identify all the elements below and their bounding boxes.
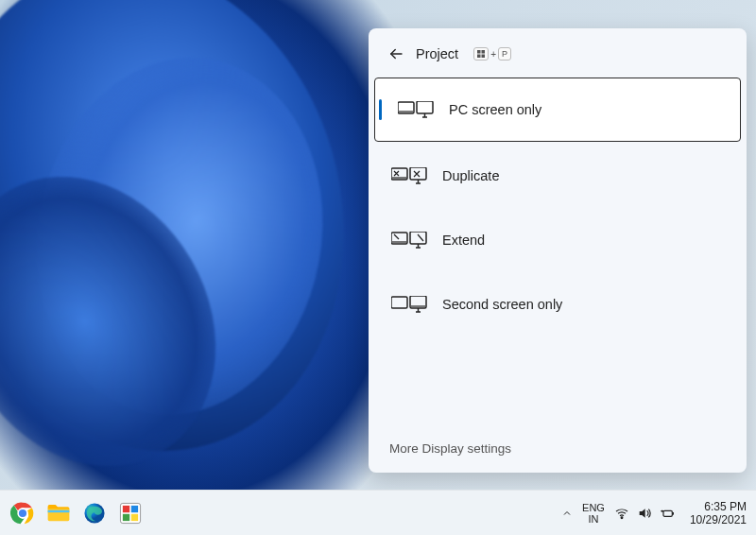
shortcut-key-p: P bbox=[498, 47, 511, 60]
svg-rect-31 bbox=[131, 513, 138, 520]
pc-screen-only-icon bbox=[398, 99, 434, 120]
project-option-label: Extend bbox=[442, 233, 485, 248]
desktop: Project + P bbox=[0, 0, 756, 535]
project-option-label: Second screen only bbox=[442, 297, 562, 312]
svg-rect-25 bbox=[48, 509, 70, 511]
svg-rect-14 bbox=[410, 232, 426, 244]
chrome-icon[interactable] bbox=[9, 500, 36, 526]
duplicate-icon bbox=[391, 165, 427, 186]
clock-date: 10/29/2021 bbox=[690, 513, 747, 526]
back-arrow-icon[interactable] bbox=[387, 45, 404, 62]
svg-rect-1 bbox=[477, 50, 481, 54]
battery-icon[interactable] bbox=[660, 506, 675, 521]
project-option-pc-screen-only[interactable]: PC screen only bbox=[374, 78, 741, 142]
windows-key-icon bbox=[473, 47, 489, 60]
project-panel-title: Project bbox=[416, 46, 458, 61]
clock-time: 6:35 PM bbox=[704, 500, 747, 513]
svg-rect-6 bbox=[417, 101, 433, 113]
svg-rect-4 bbox=[482, 54, 486, 58]
clock[interactable]: 6:35 PM 10/29/2021 bbox=[690, 500, 747, 526]
svg-point-32 bbox=[621, 516, 623, 518]
project-option-extend[interactable]: Extend bbox=[369, 208, 747, 272]
svg-rect-29 bbox=[131, 505, 138, 511]
project-panel-header: Project + P bbox=[369, 42, 747, 76]
project-options-list: PC screen only Duplicate bbox=[369, 76, 747, 430]
shortcut-hint: + P bbox=[473, 47, 511, 60]
second-screen-only-icon bbox=[391, 294, 427, 315]
taskbar: ENG IN 6:35 PM 10/29/2021 bbox=[0, 490, 756, 535]
svg-rect-24 bbox=[48, 507, 70, 521]
project-option-second-screen-only[interactable]: Second screen only bbox=[369, 272, 747, 337]
project-panel: Project + P bbox=[369, 28, 747, 473]
svg-rect-33 bbox=[663, 510, 672, 516]
edge-icon[interactable] bbox=[81, 500, 108, 526]
svg-rect-34 bbox=[673, 512, 674, 515]
project-option-duplicate[interactable]: Duplicate bbox=[369, 144, 747, 208]
extend-icon bbox=[391, 230, 427, 250]
language-indicator[interactable]: ENG IN bbox=[582, 502, 605, 525]
svg-rect-10 bbox=[410, 167, 426, 180]
svg-rect-2 bbox=[482, 50, 486, 54]
app-icon[interactable] bbox=[117, 500, 144, 526]
system-tray: ENG IN 6:35 PM 10/29/2021 bbox=[561, 500, 747, 526]
language-region: IN bbox=[589, 513, 599, 525]
taskbar-pinned-apps bbox=[9, 500, 144, 526]
volume-icon[interactable] bbox=[637, 506, 652, 521]
language-code: ENG bbox=[582, 502, 605, 513]
tray-overflow-chevron-icon[interactable] bbox=[561, 508, 573, 519]
more-display-settings-link[interactable]: More Display settings bbox=[369, 430, 747, 456]
shortcut-plus: + bbox=[490, 49, 496, 60]
project-option-label: Duplicate bbox=[442, 168, 499, 183]
svg-rect-30 bbox=[123, 513, 129, 520]
svg-rect-17 bbox=[391, 297, 407, 308]
svg-rect-28 bbox=[123, 505, 129, 511]
project-option-label: PC screen only bbox=[449, 102, 541, 117]
svg-rect-3 bbox=[477, 54, 481, 58]
file-explorer-icon[interactable] bbox=[45, 500, 72, 526]
wifi-icon[interactable] bbox=[614, 506, 629, 521]
